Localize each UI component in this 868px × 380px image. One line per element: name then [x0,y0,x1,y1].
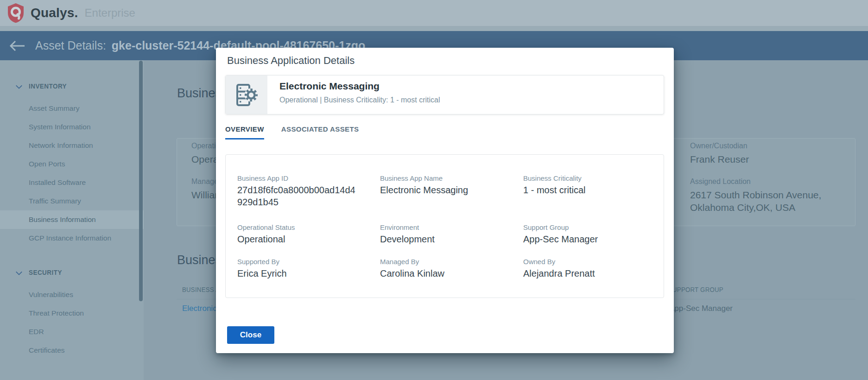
sidebar-item-edr[interactable]: EDR [0,323,144,341]
column-header-support-group: SUPPORT GROUP [668,285,723,293]
bg-field: Assigned Location 2617 South Robinson Av… [690,177,843,214]
field-support-group: Support Group App-Sec Manager [523,223,652,245]
sidebar-item-installed-software[interactable]: Installed Software [0,173,144,192]
field-label: Managed By [380,258,523,266]
topbar-divider [0,26,868,31]
sidebar-item-system-information[interactable]: System Information [0,118,144,136]
field-supported-by: Supported By Erica Eyrich [237,258,380,279]
field-owned-by: Owned By Alejandra Prenatt [523,258,652,279]
field-value: Operational [237,233,380,245]
sidebar-item-business-information[interactable]: Business Information [0,210,144,229]
field-value: Erica Eyrich [237,267,380,279]
field-label: Supported By [237,258,380,266]
sidebar-item-traffic-summary[interactable]: Traffic Summary [0,192,144,210]
field-label: Assigned Location [690,177,843,186]
field-business-criticality: Business Criticality 1 - most critical [523,174,652,208]
overview-panel: Business App ID 27d18f6fc0a8000b00ad14d4… [225,154,664,298]
field-operational-status: Operational Status Operational [237,223,380,245]
field-value: 2617 South Robinson Avenue, Oklahoma Cit… [690,189,843,214]
dialog-tabs: OVERVIEW ASSOCIATED ASSETS [225,125,359,139]
field-row: Operational Status Operational Environme… [237,223,652,245]
field-label: Business Criticality [523,174,652,182]
field-label: Business App Name [380,174,523,182]
field-label: Environment [380,223,523,231]
field-row: Business App ID 27d18f6fc0a8000b00ad14d4… [237,174,652,208]
product-name: Enterprise [85,6,135,19]
section-label: INVENTORY [29,82,67,90]
field-business-app-id: Business App ID 27d18f6fc0a8000b00ad14d4… [237,174,380,208]
sidebar: INVENTORY Asset Summary System Informati… [0,60,144,380]
brand-name: Qualys. [31,6,78,20]
sidebar-item-threat-protection[interactable]: Threat Protection [0,304,144,323]
chevron-down-icon [15,269,23,275]
field-value: 1 - most critical [523,184,652,196]
field-value: Development [380,233,523,245]
sidebar-section-inventory[interactable]: INVENTORY [0,80,144,92]
tab-overview[interactable]: OVERVIEW [225,125,264,139]
field-managed-by: Managed By Carolina Kinlaw [380,258,523,279]
tab-associated-assets[interactable]: ASSOCIATED ASSETS [281,125,359,139]
field-value: Electronic Messaging [380,184,523,196]
app-summary-card: Electronic Messaging Operational | Busin… [225,75,664,114]
field-label: Owned By [523,258,652,266]
field-value: 27d18f6fc0a8000b00ad14d4929d1b45 [237,184,358,208]
chevron-down-icon [15,83,23,89]
field-label: Business App ID [237,174,380,182]
field-label: Owner/Custodian [690,142,749,150]
field-label: Operational Status [237,223,380,231]
business-application-details-dialog: Business Application Details [216,48,674,353]
bg-field: Owner/Custodian Frank Reuser [690,142,749,165]
top-app-bar: Qualys. Enterprise [0,0,868,26]
dialog-title: Business Application Details [227,55,355,67]
field-row: Supported By Erica Eyrich Managed By Car… [237,258,652,279]
close-button[interactable]: Close [227,326,274,344]
sidebar-item-asset-summary[interactable]: Asset Summary [0,99,144,118]
sidebar-item-certificates[interactable]: Certificates [0,341,144,360]
qualys-logo-icon[interactable] [6,3,25,23]
field-value: Carolina Kinlaw [380,267,523,279]
sidebar-item-network-information[interactable]: Network Information [0,136,144,155]
sidebar-item-open-ports[interactable]: Open Ports [0,155,144,173]
asset-details-label: Asset Details: [35,39,106,52]
section-label: SECURITY [29,268,62,276]
field-label: Support Group [523,223,652,231]
sidebar-item-gcp-instance-information[interactable]: GCP Instance Information [0,229,144,247]
support-group-value: App-Sec Manager [669,304,733,313]
sidebar-item-vulnerabilities[interactable]: Vulnerabilities [0,285,144,304]
app-name: Electronic Messaging [279,81,380,92]
sidebar-scrollbar[interactable] [139,61,143,301]
sidebar-section-security[interactable]: SECURITY [0,266,144,278]
app-icon-box [226,76,267,114]
field-value: Alejandra Prenatt [523,267,652,279]
field-value: App-Sec Manager [523,233,652,245]
app-status-subtitle: Operational | Business Criticality: 1 - … [279,96,440,104]
business-app-icon [234,83,259,107]
field-business-app-name: Business App Name Electronic Messaging [380,174,523,208]
back-arrow-icon[interactable] [8,40,26,51]
field-environment: Environment Development [380,223,523,245]
field-value: Frank Reuser [690,153,749,165]
